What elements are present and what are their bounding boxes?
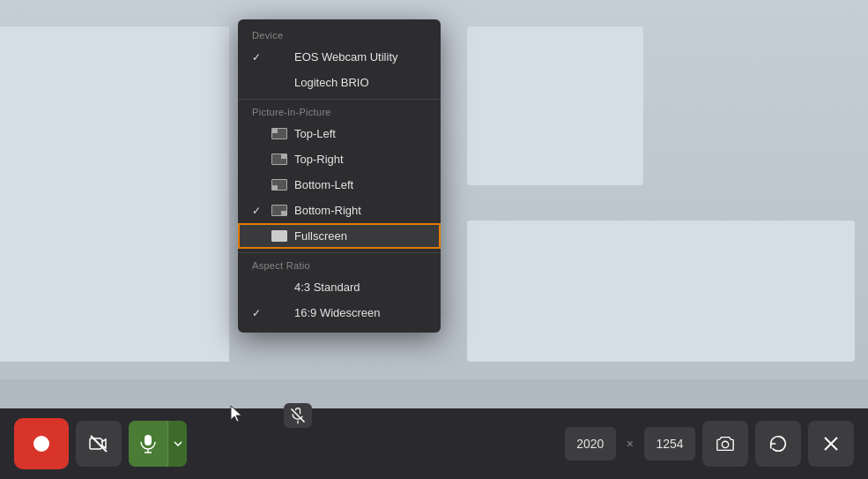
pip-top-right-icon [271,153,287,165]
pip-br-label: Bottom-Right [294,204,361,217]
bg-panel-right-bottom [467,221,855,362]
reset-button[interactable] [755,421,801,467]
pip-bottom-left-icon [271,179,287,191]
divider-2 [238,252,441,253]
eos-checkmark: ✓ [252,51,264,64]
svg-point-7 [722,441,728,447]
aspect-section-label: Aspect Ratio [238,257,441,274]
pip-top-right-item[interactable]: Top-Right [238,146,441,172]
context-menu: Device ✓ EOS Webcam Utility Logitech BRI… [238,19,441,333]
device-eos-item[interactable]: ✓ EOS Webcam Utility [238,44,441,70]
camera-off-button[interactable] [76,421,122,467]
pip-top-left-item[interactable]: Top-Left [238,121,441,146]
device-logitech-item[interactable]: Logitech BRIO [238,70,441,95]
camera-off-icon [88,433,109,454]
record-icon [31,433,52,454]
pip-tr-label: Top-Right [294,153,344,166]
aspect-169-label: 16:9 Widescreen [294,306,381,319]
pip-fullscreen-item[interactable]: Fullscreen [238,223,441,249]
height-input[interactable] [644,427,695,460]
svg-rect-4 [145,435,152,445]
aspect-43-label: 4:3 Standard [294,281,360,294]
screenshot-icon [716,434,735,453]
width-input[interactable] [565,427,616,460]
fullscreen-icon [271,230,287,242]
aspect-4-3-item[interactable]: 4:3 Standard [238,274,441,300]
pip-bottom-right-icon [271,205,287,216]
svg-point-0 [33,436,49,452]
aspect-169-check: ✓ [252,307,264,319]
aspect-16-9-item[interactable]: ✓ 16:9 Widescreen [238,300,441,326]
pip-section-label: Picture-in-Picture [238,103,441,121]
bg-panel-right-top [467,26,643,185]
chevron-down-icon [174,441,182,446]
pip-tl-label: Top-Left [294,127,336,140]
pip-bl-label: Bottom-Left [294,178,353,191]
pip-br-check: ✓ [252,205,264,217]
mic-button[interactable] [129,421,167,467]
close-button[interactable] [808,421,854,467]
toolbar: × [0,408,868,479]
reset-icon [768,434,788,453]
screenshot-button[interactable] [702,421,748,467]
mic-group [129,421,187,467]
pip-bottom-right-item[interactable]: ✓ Bottom-Right [238,198,441,223]
record-button[interactable] [14,418,69,469]
mic-icon [140,434,156,453]
pip-fs-label: Fullscreen [294,229,347,243]
close-icon [823,436,839,452]
logitech-label: Logitech BRIO [294,76,369,89]
bg-panel-left [0,26,229,362]
dimension-separator: × [623,437,637,451]
pip-top-left-icon [271,128,287,139]
mic-dropdown-button[interactable] [167,421,187,467]
pip-bottom-left-item[interactable]: Bottom-Left [238,172,441,198]
device-section-label: Device [238,26,441,44]
eos-label: EOS Webcam Utility [294,50,398,64]
divider-1 [238,99,441,100]
